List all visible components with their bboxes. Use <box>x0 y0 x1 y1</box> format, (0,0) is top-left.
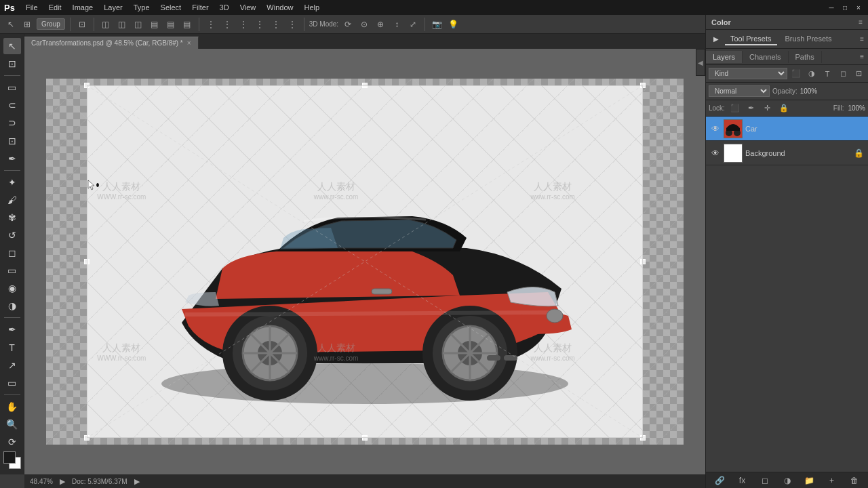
shape-filter-icon[interactable]: ◻ <box>836 67 850 81</box>
transform-handle-top-left[interactable] <box>84 83 90 88</box>
status-arrow[interactable]: ▶ <box>60 477 65 486</box>
layers-panel-options[interactable]: ≡ <box>860 53 868 60</box>
foreground-color-swatch[interactable] <box>3 451 16 464</box>
kind-select[interactable]: Kind <box>709 68 787 79</box>
menu-filter[interactable]: Filter <box>186 2 214 13</box>
lock-pixels-icon[interactable]: ⬛ <box>729 102 741 115</box>
shape-tool[interactable]: ▭ <box>3 375 21 391</box>
dodge-tool[interactable]: ◑ <box>3 298 21 314</box>
move-tool[interactable]: ↖ <box>3 38 21 54</box>
history-brush-tool[interactable]: ↺ <box>3 227 21 243</box>
distribute-bottom-icon[interactable]: ⋮ <box>285 18 299 31</box>
transform-handle-top-right[interactable] <box>640 83 646 88</box>
distribute-center-icon[interactable]: ⋮ <box>220 18 234 31</box>
brush-presets-tab[interactable]: Brush Presets <box>780 33 837 45</box>
paths-tab[interactable]: Paths <box>789 51 822 63</box>
transform-handle-bottom-center[interactable] <box>362 435 368 441</box>
menu-edit[interactable]: Edit <box>43 2 67 13</box>
group-dropdown[interactable]: Group <box>37 18 65 30</box>
tab-close-button[interactable]: × <box>187 39 191 47</box>
transform-controls-icon[interactable]: ⊡ <box>75 18 89 31</box>
blend-mode-select[interactable]: Normal <box>709 85 770 97</box>
transform-handle-bottom-right[interactable] <box>640 435 646 441</box>
transform-handle-bottom-left[interactable] <box>84 435 90 441</box>
new-group-button[interactable]: 📁 <box>802 473 817 488</box>
status-expand-button[interactable]: ▶ <box>134 477 140 486</box>
add-style-button[interactable]: fx <box>735 473 750 488</box>
swatch-pair[interactable] <box>3 451 21 469</box>
marquee-tool[interactable]: ▭ <box>3 79 21 96</box>
brush-tool[interactable]: 🖌 <box>3 192 21 208</box>
transform-handle-middle-right[interactable] <box>640 259 646 264</box>
menu-view[interactable]: View <box>235 2 262 13</box>
path-select-tool[interactable]: ↗ <box>3 357 21 373</box>
lock-image-icon[interactable]: ✒ <box>745 102 757 115</box>
new-adjustment-button[interactable]: ◑ <box>780 473 795 488</box>
maximize-button[interactable]: □ <box>840 3 850 12</box>
layer-row-background[interactable]: 👁 Background 🔒 <box>706 141 868 165</box>
layer-visibility-background[interactable]: 👁 <box>710 148 721 159</box>
align-top-icon[interactable]: ▤ <box>148 18 161 31</box>
3d-rotate-icon[interactable]: ⟳ <box>341 18 355 31</box>
channels-tab[interactable]: Channels <box>743 51 788 63</box>
distribute-right-icon[interactable]: ⋮ <box>237 18 250 31</box>
menu-type[interactable]: Type <box>128 2 155 13</box>
distribute-middle-icon[interactable]: ⋮ <box>269 18 283 31</box>
type-tool[interactable]: T <box>3 340 21 356</box>
menu-select[interactable]: Select <box>155 2 187 13</box>
pen-tool[interactable]: ✒ <box>3 321 21 338</box>
align-middle-icon[interactable]: ▤ <box>164 18 178 31</box>
zoom-tool[interactable]: 🔍 <box>3 416 21 432</box>
quick-select-tool[interactable]: ⊃ <box>3 115 21 131</box>
layers-tab[interactable]: Layers <box>706 51 743 63</box>
rotate-view[interactable]: ⟳ <box>3 434 21 450</box>
tool-presets-tab[interactable]: Tool Presets <box>725 33 777 45</box>
align-right-icon[interactable]: ◫ <box>132 18 145 31</box>
clone-stamp-tool[interactable]: ✾ <box>3 209 21 226</box>
eraser-tool[interactable]: ◻ <box>3 245 21 261</box>
auto-select-icon[interactable]: ⊞ <box>20 18 34 31</box>
document-tab[interactable]: CarTransformations.psd @ 48.5% (Car, RGB… <box>24 37 199 49</box>
delete-layer-button[interactable]: 🗑 <box>847 473 862 488</box>
lasso-tool[interactable]: ⊂ <box>3 97 21 113</box>
lock-all-icon[interactable]: 🔒 <box>778 102 790 115</box>
3d-scale-icon[interactable]: ⤢ <box>406 18 420 31</box>
add-mask-button[interactable]: ◻ <box>757 473 772 488</box>
align-left-icon[interactable]: ◫ <box>99 18 113 31</box>
layer-row-car[interactable]: 👁 Car <box>706 117 868 141</box>
close-button[interactable]: × <box>853 3 864 12</box>
pixel-filter-icon[interactable]: ⬛ <box>789 67 803 81</box>
3d-camera-icon[interactable]: 📷 <box>430 18 443 31</box>
canvas-area[interactable]: 人人素材WWW.rr-sc.com 人人素材www.rr-sc.com 人人素材… <box>24 49 705 474</box>
3d-pan-icon[interactable]: ⊕ <box>374 18 387 31</box>
distribute-top-icon[interactable]: ⋮ <box>253 18 267 31</box>
menu-help[interactable]: Help <box>298 2 325 13</box>
menu-window[interactable]: Window <box>261 2 298 13</box>
align-bottom-icon[interactable]: ▤ <box>180 18 194 31</box>
3d-light-icon[interactable]: 💡 <box>446 18 460 31</box>
smart-filter-icon[interactable]: ⊡ <box>852 67 865 81</box>
adjustment-filter-icon[interactable]: ◑ <box>805 67 818 81</box>
spot-heal-tool[interactable]: ✦ <box>3 174 21 190</box>
minimize-button[interactable]: ─ <box>826 3 837 12</box>
transform-handle-top-center[interactable] <box>362 83 368 88</box>
menu-file[interactable]: File <box>20 2 43 13</box>
new-layer-button[interactable]: + <box>825 473 840 488</box>
menu-3d[interactable]: 3D <box>214 2 235 13</box>
presets-panel-options[interactable]: ≡ <box>860 35 864 43</box>
artboard-tool[interactable]: ⊡ <box>3 56 21 72</box>
align-center-icon[interactable]: ◫ <box>115 18 129 31</box>
layer-visibility-car[interactable]: 👁 <box>710 123 721 134</box>
panel-options-button[interactable]: ≡ <box>859 18 863 26</box>
menu-image[interactable]: Image <box>67 2 99 13</box>
play-icon[interactable]: ▶ <box>710 33 722 45</box>
3d-roll-icon[interactable]: ⊙ <box>357 18 371 31</box>
panel-collapse-button[interactable]: ◀ <box>696 49 705 76</box>
3d-slide-icon[interactable]: ↕ <box>390 18 403 31</box>
distribute-left-icon[interactable]: ⋮ <box>204 18 218 31</box>
hand-tool[interactable]: ✋ <box>3 399 21 415</box>
menu-layer[interactable]: Layer <box>98 2 128 13</box>
eyedropper-tool[interactable]: ✒ <box>3 150 21 167</box>
gradient-tool[interactable]: ▭ <box>3 262 21 279</box>
transform-handle-middle-left[interactable] <box>84 259 90 264</box>
